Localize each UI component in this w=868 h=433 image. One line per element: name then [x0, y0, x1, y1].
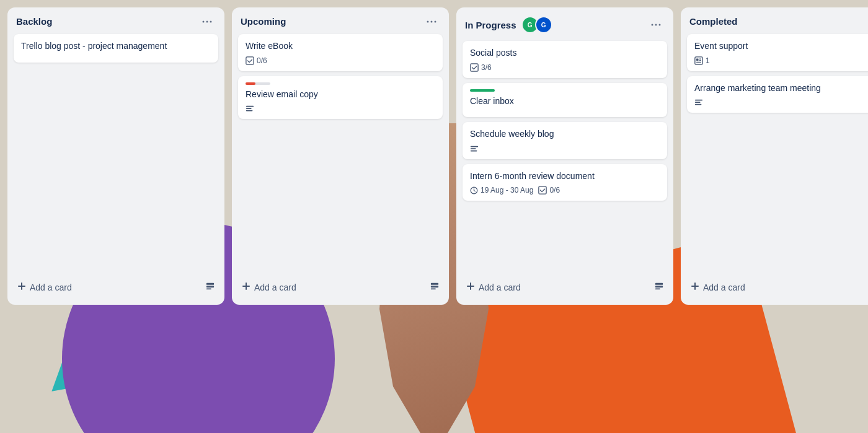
column-header-backlog: Backlog [14, 15, 218, 28]
add-card-btn-in-progress[interactable]: Add a card [463, 277, 667, 297]
description-icon [694, 98, 703, 107]
svg-point-8 [427, 20, 429, 22]
card-title-card-1: Trello blog post - project management [21, 40, 211, 53]
checklist-badge: 3/6 [470, 63, 492, 72]
card-title-card-2: Write eBook [246, 40, 435, 53]
progress-bar-container [470, 89, 495, 92]
card-count-badge: 1 [694, 56, 710, 65]
column-title-area-completed: Completed [689, 16, 738, 27]
svg-rect-42 [695, 100, 702, 101]
card-meta-card-6 [470, 144, 660, 153]
plus-icon [242, 282, 250, 292]
progress-bar [470, 89, 495, 92]
svg-rect-38 [696, 58, 699, 61]
svg-rect-14 [246, 110, 253, 112]
svg-rect-11 [246, 56, 254, 64]
card-title-card-7: Intern 6-month review document [470, 170, 660, 183]
svg-point-2 [210, 20, 212, 22]
svg-rect-24 [471, 146, 478, 147]
date-value: 19 Aug - 30 Aug [480, 186, 533, 195]
checklist-badge: 0/6 [538, 186, 560, 195]
avatar-group: GG [521, 16, 552, 33]
svg-rect-19 [431, 289, 436, 290]
column-completed: Completed Event support 1Arrange marketi… [681, 7, 868, 305]
add-card-label: Add a card [703, 282, 745, 292]
add-card-btn-upcoming[interactable]: Add a card [238, 277, 443, 297]
card-title-card-6: Schedule weekly blog [470, 128, 660, 141]
svg-rect-16 [242, 286, 250, 287]
card-count-value: 1 [706, 56, 710, 65]
column-header-completed: Completed [687, 15, 868, 28]
add-card-icon-right [655, 282, 663, 292]
card-meta-card-3 [246, 104, 435, 113]
svg-point-22 [659, 24, 661, 26]
svg-rect-41 [696, 61, 701, 62]
svg-point-20 [652, 24, 653, 26]
card-card-1[interactable]: Trello blog post - project management [14, 34, 218, 63]
card-card-2[interactable]: Write eBook 0/6 [238, 34, 443, 71]
card-card-7[interactable]: Intern 6-month review document 19 Aug - … [463, 164, 667, 201]
svg-point-1 [206, 20, 208, 22]
add-card-label: Add a card [30, 282, 72, 292]
checklist-badge: 0/6 [246, 56, 267, 65]
add-card-left: Add a card [691, 282, 745, 292]
checklist-count: 0/6 [257, 56, 267, 65]
svg-rect-13 [246, 108, 252, 109]
card-card-8[interactable]: Event support 1 [687, 34, 868, 71]
add-card-btn-completed[interactable]: Add a card [687, 277, 868, 297]
svg-rect-25 [471, 148, 476, 149]
svg-rect-17 [431, 283, 438, 285]
column-title-upcoming: Upcoming [241, 16, 286, 27]
column-menu-btn-upcoming[interactable] [423, 19, 440, 24]
progress-bar-container [246, 82, 270, 85]
checklist-count: 0/6 [549, 186, 560, 195]
svg-rect-37 [695, 56, 702, 64]
description-icon [246, 104, 254, 113]
column-in-progress: In ProgressGG Social posts 3/6Clear inbo… [456, 7, 673, 305]
plus-icon [17, 282, 26, 292]
svg-point-21 [655, 24, 657, 26]
column-title-completed: Completed [689, 16, 738, 27]
column-menu-btn-backlog[interactable] [198, 19, 216, 24]
svg-rect-30 [467, 286, 474, 287]
card-meta-card-4: 3/6 [470, 63, 660, 72]
svg-rect-31 [655, 283, 663, 285]
svg-point-0 [203, 20, 205, 22]
column-header-upcoming: Upcoming [238, 15, 443, 28]
column-upcoming: Upcoming Write eBook 0/6Review email cop… [232, 7, 449, 305]
svg-rect-26 [471, 150, 477, 151]
date-badge: 19 Aug - 30 Aug [470, 186, 533, 195]
column-menu-btn-in-progress[interactable] [647, 22, 665, 27]
add-card-left: Add a card [242, 282, 296, 292]
card-title-card-4: Social posts [470, 47, 660, 59]
svg-rect-39 [699, 58, 701, 59]
card-card-4[interactable]: Social posts 3/6 [463, 41, 667, 78]
svg-rect-5 [206, 283, 214, 285]
card-card-6[interactable]: Schedule weekly blog [463, 122, 667, 159]
column-backlog: Backlog Trello blog post - project manag… [7, 7, 224, 305]
svg-rect-6 [206, 286, 214, 287]
plus-icon [466, 282, 475, 292]
svg-rect-18 [431, 286, 438, 287]
add-card-icon-right [430, 282, 439, 292]
svg-rect-7 [206, 289, 211, 290]
add-card-btn-backlog[interactable]: Add a card [14, 277, 218, 297]
add-card-label: Add a card [479, 282, 521, 292]
svg-point-9 [431, 20, 433, 22]
column-title-backlog: Backlog [16, 16, 52, 27]
card-meta-card-7: 19 Aug - 30 Aug 0/6 [470, 186, 660, 195]
add-card-left: Add a card [17, 282, 72, 292]
kanban-board: Backlog Trello blog post - project manag… [0, 0, 868, 433]
svg-rect-28 [539, 186, 546, 194]
svg-rect-33 [655, 289, 660, 290]
card-card-5[interactable]: Clear inbox [463, 83, 667, 118]
svg-rect-43 [695, 102, 701, 103]
card-card-3[interactable]: Review email copy [238, 76, 443, 120]
column-header-in-progress: In ProgressGG [463, 15, 667, 35]
add-card-label: Add a card [254, 282, 296, 292]
add-card-left: Add a card [466, 282, 521, 292]
card-title-card-9: Arrange marketing team meeting [694, 82, 868, 95]
card-title-card-5: Clear inbox [470, 95, 660, 108]
column-title-in-progress: In Progress [465, 20, 516, 30]
card-card-9[interactable]: Arrange marketing team meeting [687, 76, 868, 113]
